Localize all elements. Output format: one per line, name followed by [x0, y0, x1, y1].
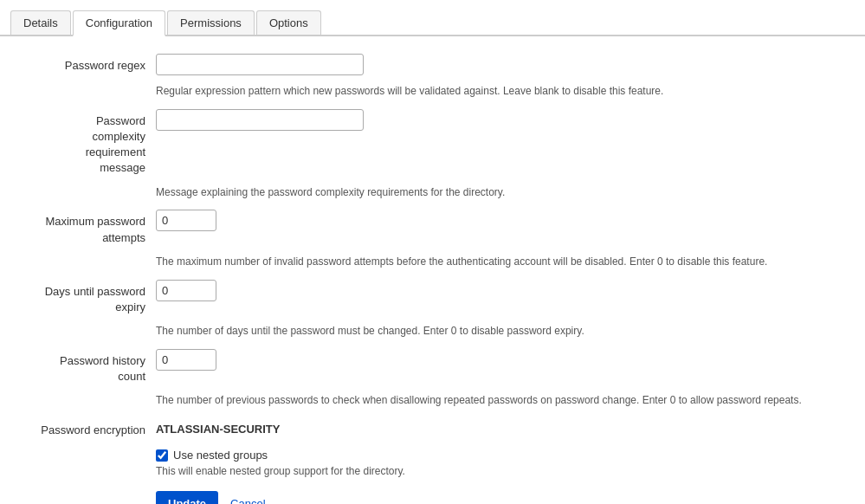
tab-details[interactable]: Details [10, 10, 71, 35]
password-regex-label: Password regex [17, 54, 156, 74]
button-row: Update Cancel [156, 491, 848, 504]
cancel-button[interactable]: Cancel [227, 491, 268, 504]
update-button[interactable]: Update [156, 491, 218, 504]
tab-bar: Details Configuration Permissions Option… [0, 0, 865, 36]
password-encryption-row: Password encryption ATLASSIAN-SECURITY [17, 418, 848, 438]
nested-groups-checkbox[interactable] [156, 449, 168, 462]
password-regex-help: Regular expression pattern which new pas… [156, 84, 663, 99]
nested-groups-label[interactable]: Use nested groups [173, 449, 268, 462]
form-content: Password regex Regular expression patter… [0, 36, 865, 504]
max-attempts-input[interactable] [156, 210, 216, 231]
max-attempts-help-row: The maximum number of invalid password a… [17, 251, 848, 269]
password-complexity-label: Passwordcomplexityrequirementmessage [17, 109, 156, 177]
password-complexity-section: Passwordcomplexityrequirementmessage Mes… [17, 109, 848, 200]
days-expiry-section: Days until passwordexpiry The number of … [17, 280, 848, 339]
tab-configuration[interactable]: Configuration [73, 10, 165, 36]
max-attempts-label: Maximum passwordattempts [17, 210, 156, 245]
history-count-help-row: The number of previous passwords to chec… [17, 390, 848, 408]
history-count-input[interactable] [156, 349, 216, 371]
days-expiry-help-row: The number of days until the password mu… [17, 320, 848, 339]
password-regex-row: Password regex [17, 54, 848, 75]
max-attempts-field [156, 210, 848, 231]
password-encryption-field: ATLASSIAN-SECURITY [156, 418, 848, 436]
tab-options[interactable]: Options [256, 10, 321, 35]
password-regex-section: Password regex Regular expression patter… [17, 54, 848, 99]
history-count-field [156, 349, 848, 371]
days-expiry-row: Days until passwordexpiry [17, 280, 848, 315]
password-complexity-help-row: Message explaining the password complexi… [17, 182, 848, 200]
days-expiry-label: Days until passwordexpiry [17, 280, 156, 315]
tab-permissions[interactable]: Permissions [167, 10, 255, 35]
max-attempts-section: Maximum passwordattempts The maximum num… [17, 210, 848, 268]
password-regex-input[interactable] [156, 54, 364, 75]
history-count-section: Password historycount The number of prev… [17, 349, 848, 408]
nested-groups-help: This will enable nested group support fo… [156, 465, 848, 477]
max-attempts-help: The maximum number of invalid password a… [156, 255, 767, 269]
days-expiry-help: The number of days until the password mu… [156, 324, 584, 339]
days-expiry-field [156, 280, 848, 301]
password-complexity-row: Passwordcomplexityrequirementmessage [17, 109, 848, 177]
nested-groups-row: Use nested groups [156, 449, 848, 462]
password-complexity-field [156, 109, 848, 131]
password-encryption-label: Password encryption [17, 418, 156, 438]
history-count-row: Password historycount [17, 349, 848, 384]
password-encryption-section: Password encryption ATLASSIAN-SECURITY [17, 418, 848, 438]
password-complexity-input[interactable] [156, 109, 364, 131]
password-regex-help-row: Regular expression pattern which new pas… [17, 81, 848, 99]
max-attempts-row: Maximum passwordattempts [17, 210, 848, 245]
history-count-help: The number of previous passwords to chec… [156, 393, 802, 408]
password-encryption-value: ATLASSIAN-SECURITY [156, 418, 848, 436]
history-count-label: Password historycount [17, 349, 156, 384]
password-complexity-help: Message explaining the password complexi… [156, 185, 505, 200]
password-regex-field [156, 54, 848, 75]
days-expiry-input[interactable] [156, 280, 216, 301]
